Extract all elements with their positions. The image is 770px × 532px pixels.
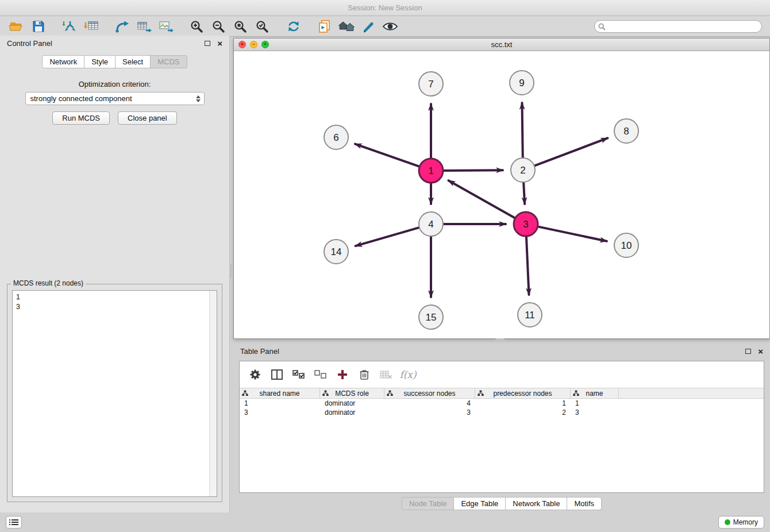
task-history-button[interactable] — [6, 516, 22, 529]
export-image-button[interactable] — [155, 18, 177, 35]
import-table-button[interactable] — [80, 18, 102, 35]
run-mcds-button[interactable]: Run MCDS — [52, 111, 110, 125]
table-tab-network-table[interactable]: Network Table — [506, 497, 567, 510]
zoom-in-icon — [190, 20, 205, 33]
column-header-name[interactable]: name — [571, 388, 619, 398]
cell-name[interactable]: 1 — [571, 399, 619, 408]
network-canvas[interactable]: 7968124314101511 — [234, 51, 769, 338]
column-header-shared-name[interactable]: shared name — [240, 388, 320, 398]
mcds-result-group: MCDS result (2 nodes) 13 — [7, 284, 222, 502]
table-row[interactable]: 1dominator411 — [240, 399, 764, 408]
cell-shared-name[interactable]: 3 — [240, 408, 320, 417]
add-column-button[interactable] — [332, 365, 353, 384]
cell-successor-nodes[interactable]: 3 — [384, 408, 475, 417]
node-15[interactable]: 15 — [419, 305, 443, 329]
svg-text:1: 1 — [428, 165, 433, 176]
select-all-button[interactable] — [288, 365, 310, 384]
columns-icon — [271, 369, 283, 380]
table-tab-motifs[interactable]: Motifs — [567, 497, 602, 510]
show-columns-button[interactable] — [266, 365, 288, 384]
node-4[interactable]: 4 — [419, 212, 443, 236]
minimize-window-button[interactable]: − — [250, 41, 257, 48]
cell-mcds-role[interactable]: dominator — [320, 408, 384, 417]
node-10[interactable]: 10 — [614, 233, 638, 257]
table-tab-edge-table[interactable]: Edge Table — [454, 497, 506, 510]
edge-3-11[interactable] — [526, 235, 529, 295]
delete-table-button[interactable] — [375, 365, 397, 384]
cell-successor-nodes[interactable]: 4 — [384, 399, 475, 408]
export-table-icon — [136, 20, 152, 33]
apply-style-button[interactable] — [357, 18, 379, 35]
table-tab-node-table[interactable]: Node Table — [402, 497, 455, 510]
node-2[interactable]: 2 — [511, 158, 535, 182]
tab-style[interactable]: Style — [84, 55, 116, 68]
cell-shared-name[interactable]: 1 — [240, 399, 320, 408]
deselect-all-button[interactable] — [310, 365, 332, 384]
refresh-view-button[interactable] — [283, 18, 305, 35]
zoom-selected-button[interactable] — [252, 18, 274, 35]
panel-splitter-handle[interactable] — [229, 264, 233, 278]
node-9[interactable]: 9 — [510, 71, 534, 95]
cell-name[interactable]: 3 — [571, 408, 619, 417]
edge-4-14[interactable] — [356, 227, 421, 246]
zoom-fit-button[interactable] — [230, 18, 252, 35]
edge-3-10[interactable] — [537, 226, 607, 241]
edge-2-9[interactable] — [522, 103, 523, 159]
float-table-panel-icon[interactable] — [745, 349, 751, 354]
copy-annotation-button[interactable] — [314, 18, 336, 35]
memory-button[interactable]: Memory — [718, 516, 764, 529]
deselect-all-icon — [314, 370, 327, 379]
table-row[interactable]: 3dominator323 — [240, 408, 764, 417]
edge-3-1[interactable] — [449, 180, 517, 219]
cell-predecessor-nodes[interactable]: 1 — [475, 399, 571, 408]
export-network-button[interactable] — [111, 18, 133, 35]
close-window-button[interactable]: × — [238, 41, 246, 48]
cell-mcds-role[interactable]: dominator — [320, 399, 384, 408]
save-session-button[interactable] — [28, 18, 49, 35]
show-graphics-details-button[interactable] — [379, 18, 401, 35]
close-panel-button[interactable]: Close panel — [118, 111, 177, 125]
node-8[interactable]: 8 — [614, 119, 638, 143]
open-folder-icon — [9, 20, 25, 33]
mcds-result-item[interactable]: 3 — [16, 302, 206, 312]
window-title: Session: New Session — [348, 3, 422, 12]
column-header-successor-nodes[interactable]: successor nodes — [384, 388, 475, 398]
home-view-button[interactable] — [336, 18, 357, 35]
export-table-button[interactable] — [133, 18, 155, 35]
tab-mcds[interactable]: MCDS — [151, 55, 187, 68]
edge-2-3[interactable] — [523, 181, 525, 204]
node-11[interactable]: 11 — [518, 303, 542, 327]
edge-1-6[interactable] — [355, 144, 421, 167]
column-header-mcds-role[interactable]: MCDS role — [320, 388, 384, 398]
function-builder-button[interactable]: f(x) — [397, 365, 419, 384]
node-14[interactable]: 14 — [324, 240, 348, 264]
criterion-dropdown[interactable]: strongly connected component — [25, 92, 205, 105]
tab-network[interactable]: Network — [42, 55, 84, 68]
search-input[interactable] — [594, 20, 762, 33]
criterion-value: strongly connected component — [30, 94, 132, 103]
close-table-panel-icon[interactable]: × — [758, 347, 763, 356]
home-icon — [338, 20, 355, 33]
result-scrollbar[interactable] — [209, 291, 217, 496]
column-header-predecessor-nodes[interactable]: predecessor nodes — [475, 388, 571, 398]
edge-1-2[interactable] — [442, 170, 503, 171]
window-splitter-handle[interactable] — [495, 338, 505, 341]
tab-select[interactable]: Select — [116, 55, 151, 68]
mcds-result-item[interactable]: 1 — [16, 292, 206, 302]
close-panel-icon[interactable]: × — [217, 39, 222, 48]
float-panel-icon[interactable] — [205, 41, 210, 46]
node-6[interactable]: 6 — [324, 125, 348, 149]
import-network-button[interactable] — [59, 18, 80, 35]
zoom-out-button[interactable] — [208, 18, 230, 35]
node-3[interactable]: 3 — [514, 212, 538, 236]
node-7[interactable]: 7 — [419, 72, 443, 96]
cell-predecessor-nodes[interactable]: 2 — [475, 408, 571, 417]
edge-2-8[interactable] — [533, 138, 608, 166]
network-window-titlebar[interactable]: × − + scc.txt — [234, 38, 769, 51]
delete-column-button[interactable] — [353, 365, 375, 384]
maximize-window-button[interactable]: + — [261, 41, 269, 48]
zoom-in-button[interactable] — [186, 18, 208, 35]
node-1[interactable]: 1 — [419, 159, 443, 183]
open-session-button[interactable] — [6, 18, 28, 35]
table-settings-button[interactable] — [244, 365, 266, 384]
